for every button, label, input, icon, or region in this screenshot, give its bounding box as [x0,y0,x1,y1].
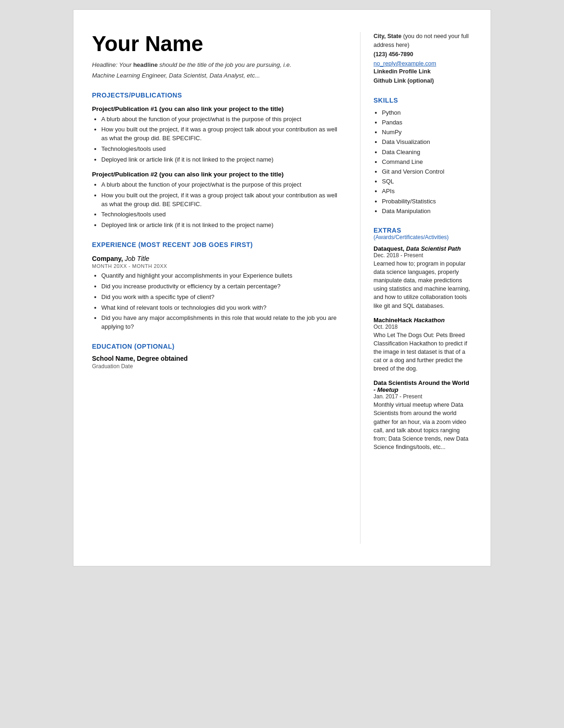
school-name: School Name, Degree obtained [92,355,345,362]
email-link[interactable]: no_reply@example.com [374,59,472,67]
extras-section: EXTRAS (Awards/Certificates/Activities) … [374,227,472,451]
project-item-2: Project/Publication #2 (you can also lin… [92,171,345,230]
extra-3-desc: Monthly virtual meetup where Data Scient… [374,401,472,451]
candidate-name: Your Name [92,32,345,56]
grad-date: Graduation Date [92,363,345,370]
education-item-1: School Name, Degree obtained Graduation … [92,355,345,370]
extra-3-subtitle: - Meetup [374,386,398,393]
list-item: How you built out the project, if it was… [101,125,345,143]
experience-dates: MONTH 20XX - MONTH 20XX [92,263,345,269]
experience-item-1: Company, Job Title MONTH 20XX - MONTH 20… [92,255,345,332]
headline-rest: should be the title of the job you are p… [157,61,291,68]
extra-1-date: Dec. 2018 - Present [374,252,472,259]
experience-bullets: Quantify and highlight your accomplishme… [92,272,345,332]
project-1-title: Project/Publication #1 (you can also lin… [92,105,345,112]
projects-title: PROJECTS/PUBLICATIONS [92,91,345,99]
right-column: City, State (you do not need your full a… [361,32,472,544]
list-item: A blurb about the function of your proje… [101,181,345,189]
list-item: Probability/Statistics [382,197,472,206]
name-section: Your Name Headline: Your headline should… [92,32,345,80]
list-item: Deployed link or article link (if it is … [101,221,345,230]
extra-1-title: Dataquest, Data Scientist Path [374,245,472,252]
linkedin-link[interactable]: Linkedin Profile Link [374,67,472,76]
list-item: Technologies/tools used [101,145,345,154]
list-item: NumPy [382,128,472,136]
extra-2-desc: Who Let The Dogs Out: Pets Breed Classif… [374,331,472,373]
project-2-title: Project/Publication #2 (you can also lin… [92,171,345,178]
extra-1-desc: Learned how to; program in popular data … [374,260,472,310]
extra-2-subtitle: Hackathon [414,317,445,324]
experience-section: EXPERIENCE (most recent job goes first) … [92,241,345,332]
contact-block: City, State (you do not need your full a… [374,32,472,85]
extra-2-date: Oct. 2018 [374,324,472,330]
extra-3-date: Jan. 2017 - Present [374,393,472,400]
phone: (123) 456-7890 [374,50,472,59]
list-item: How you built out the project, if it was… [101,191,345,209]
list-item: Data Visualization [382,138,472,146]
city-state: City, State (you do not need your full a… [374,32,472,50]
project-2-bullets: A blurb about the function of your proje… [92,181,345,230]
degree: Degree obtained [137,355,188,362]
list-item: Did you increase productivity or efficie… [101,282,345,291]
education-section: EDUCATION (optional) School Name, Degree… [92,343,345,370]
job-title: Job Title [125,255,150,262]
extra-2-title: MachineHack Hackathon [374,317,472,324]
skills-section: SKILLS Python Pandas NumPy Data Visualiz… [374,97,472,215]
extra-item-2: MachineHack Hackathon Oct. 2018 Who Let … [374,317,472,373]
list-item: Quantify and highlight your accomplishme… [101,272,345,280]
company-name: Company, Job Title [92,255,345,262]
list-item: Python [382,109,472,117]
extras-title: EXTRAS (Awards/Certificates/Activities) [374,227,472,240]
skills-list: Python Pandas NumPy Data Visualization D… [374,109,472,215]
list-item: Deployed link or article link (if it is … [101,156,345,164]
education-title: EDUCATION (optional) [92,343,345,350]
list-item: Did you work with a specific type of cli… [101,293,345,302]
list-item: APIs [382,187,472,195]
list-item: Did you have any major accomplishments i… [101,314,345,332]
list-item: Data Cleaning [382,148,472,156]
headline-text: Headline: Your headline should be the ti… [92,60,345,70]
projects-section: PROJECTS/PUBLICATIONS Project/Publicatio… [92,91,345,230]
experience-title: EXPERIENCE (most recent job goes first) [92,241,345,248]
resume-page: Your Name Headline: Your headline should… [73,9,491,566]
extra-1-subtitle: Data Scientist Path [406,245,461,252]
list-item: Git and Version Control [382,168,472,176]
extras-subtitle: (Awards/Certificates/Activities) [374,234,472,240]
extra-3-title: Data Scientists Around the World - Meetu… [374,379,472,393]
list-item: What kind of relevant tools or technolog… [101,304,345,312]
list-item: Technologies/tools used [101,210,345,219]
list-item: SQL [382,177,472,186]
extra-item-3: Data Scientists Around the World - Meetu… [374,379,472,451]
github-link[interactable]: Github Link (optional) [374,77,472,85]
project-item-1: Project/Publication #1 (you can also lin… [92,105,345,164]
headline-label: Headline: [92,61,118,68]
headline-examples: Machine Learning Engineer, Data Scientis… [92,71,345,80]
skills-title: SKILLS [374,97,472,104]
project-1-bullets: A blurb about the function of your proje… [92,115,345,164]
list-item: Command Line [382,158,472,166]
headline-bold: headline [133,61,158,68]
headline-text-start: Your [118,61,133,68]
left-column: Your Name Headline: Your headline should… [92,32,361,544]
list-item: A blurb about the function of your proje… [101,115,345,124]
extra-item-1: Dataquest, Data Scientist Path Dec. 2018… [374,245,472,310]
list-item: Pandas [382,118,472,127]
list-item: Data Manipulation [382,207,472,215]
